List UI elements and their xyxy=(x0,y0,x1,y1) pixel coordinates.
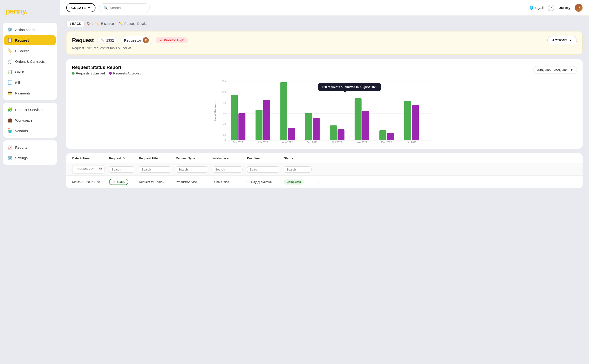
sidebar-item-orders-contracts[interactable]: 🛒 Orders & Contracts xyxy=(4,56,56,66)
deadline-filter-input[interactable] xyxy=(247,166,279,173)
help-label: ? xyxy=(550,6,552,10)
grns-icon: 📊 xyxy=(7,69,13,74)
more-options-icon[interactable]: ⋮ xyxy=(316,180,320,184)
breadcrumb-current: Request Details xyxy=(124,22,147,26)
bar-oct-submitted xyxy=(330,125,337,140)
date-filter-input[interactable] xyxy=(74,167,97,172)
avatar: P xyxy=(575,4,582,12)
req-id-value: 42389 xyxy=(117,180,125,184)
sidebar-label-request: Request xyxy=(15,38,29,42)
reqid-filter-input[interactable] xyxy=(109,166,134,173)
title-filter-input[interactable] xyxy=(139,166,171,173)
request-id: 1332 xyxy=(106,38,114,42)
sidebar-item-bills[interactable]: 🧾 Bills xyxy=(4,78,56,88)
svg-text:Oct 2022: Oct 2022 xyxy=(332,141,342,143)
sidebar-item-settings[interactable]: ⚙️ Settings xyxy=(4,153,56,163)
sidebar-label-vendors: Vendors xyxy=(15,129,28,133)
th-request-id: Request ID ☰ xyxy=(107,153,137,163)
sidebar-label-workspace: Workspace xyxy=(15,118,33,122)
calendar-icon[interactable]: 📅 xyxy=(99,168,102,171)
search-bar[interactable]: 🔍 Search xyxy=(99,3,150,12)
breadcrumb-sep2: › xyxy=(116,22,117,26)
date-input-wrap[interactable]: 📅 xyxy=(72,165,104,174)
type-filter-input[interactable] xyxy=(176,166,208,173)
tag-icon: 🏷️ xyxy=(100,38,105,42)
bar-jul-submitted xyxy=(256,110,262,140)
td-status: Completed xyxy=(282,176,314,188)
filter-title-icon[interactable]: ☰ xyxy=(159,157,161,160)
td-title: Request for Tools... xyxy=(137,177,174,187)
logo-dot: . xyxy=(26,7,27,15)
priority-badge: ▲ Priority: High xyxy=(155,37,188,43)
language-button[interactable]: 🌐 العربية xyxy=(529,6,544,10)
create-button[interactable]: CREATE ▼ xyxy=(66,3,95,12)
requestor-label: Requestor xyxy=(124,38,141,42)
sidebar-item-esource[interactable]: 🏷️ E-Source xyxy=(4,46,56,56)
actions-label: ACTIONS xyxy=(552,38,568,42)
bar-jul-approved xyxy=(263,100,270,140)
th-actions xyxy=(314,153,319,163)
sidebar-item-payments[interactable]: 💳 Payments xyxy=(4,88,56,98)
help-button[interactable]: ? xyxy=(548,5,554,11)
filter-deadline-icon[interactable]: ☰ xyxy=(261,157,263,160)
reports-icon: 📈 xyxy=(7,145,13,150)
status-filter-input[interactable] xyxy=(284,166,312,173)
sidebar-label-reports: Reports xyxy=(15,145,27,149)
sidebar-item-product-services[interactable]: 🧩 Product / Services xyxy=(4,104,56,115)
actions-chevron-icon: ▼ xyxy=(569,39,572,42)
priority-label: Priority: High xyxy=(164,38,184,42)
td-reqid: 📋 42389 xyxy=(107,176,137,188)
svg-text:Sep 2022: Sep 2022 xyxy=(307,141,317,143)
filter-workspace-cell xyxy=(210,163,245,175)
table-header-row: Date & Time ☰ Request ID ☰ Request Title… xyxy=(66,153,582,163)
actions-button[interactable]: ACTIONS ▼ xyxy=(547,36,577,44)
chart-header: Request Status Report Requests Submitted… xyxy=(72,65,577,75)
approved-label: Requests Approved xyxy=(113,72,141,75)
orders-icon: 🛒 xyxy=(7,59,13,64)
sidebar-label-product: Product / Services xyxy=(15,108,43,112)
back-label: BACK xyxy=(72,22,81,26)
filter-reqid-icon[interactable]: ☰ xyxy=(126,157,129,160)
back-arrow-icon: ‹ xyxy=(70,22,71,26)
date-range-button[interactable]: JUN, 2022 - JAN, 2023 ▼ xyxy=(533,66,577,74)
logo: penny. xyxy=(3,5,57,20)
priority-arrow-icon: ▲ xyxy=(159,38,162,42)
breadcrumb-esource-icon: 🏷️ xyxy=(95,22,99,26)
sidebar-item-vendors[interactable]: 🏪 Vendors xyxy=(4,126,56,136)
filter-workspace-icon[interactable]: ☰ xyxy=(230,157,232,160)
th-datetime: Date & Time ☰ xyxy=(70,153,107,163)
chart-legend: Requests Submitted Requests Approved xyxy=(72,72,141,75)
bar-oct-approved xyxy=(338,129,344,140)
filter-date-cell: 📅 xyxy=(70,163,107,175)
filter-status-icon[interactable]: ☰ xyxy=(294,157,297,160)
vendors-icon: 🏪 xyxy=(7,128,13,133)
sidebar-item-workspace[interactable]: 💼 Workspace xyxy=(4,115,56,125)
th-deadline: Deadline ☰ xyxy=(245,153,282,163)
sidebar-item-reports[interactable]: 📈 Reports xyxy=(4,142,56,152)
td-more[interactable]: ⋮ xyxy=(314,176,319,188)
create-chevron-icon: ▼ xyxy=(88,6,90,9)
td-deadline: 12 Day(s) overdue xyxy=(245,177,282,187)
filter-type-icon[interactable]: ☰ xyxy=(196,157,199,160)
product-icon: 🧩 xyxy=(7,107,13,112)
filter-more-cell xyxy=(314,163,319,175)
breadcrumb-esource-link[interactable]: E-source xyxy=(101,22,114,26)
breadcrumb-sep1: › xyxy=(92,22,94,26)
td-workspace: Dubai Office xyxy=(210,177,245,187)
svg-text:120: 120 xyxy=(221,80,226,83)
bar-dec-approved xyxy=(387,133,394,140)
y-axis-label: No. of Requests xyxy=(214,101,217,121)
requestor-avatar: P xyxy=(143,37,149,43)
back-button[interactable]: ‹ BACK xyxy=(66,20,85,27)
sidebar-item-action-board[interactable]: ⚙️ Action board xyxy=(4,25,56,35)
bar-jan-approved xyxy=(412,105,419,140)
submitted-label: Requests Submitted xyxy=(76,72,105,75)
sidebar-item-request[interactable]: 📋 Request xyxy=(4,35,56,45)
topbar-brand: penny xyxy=(558,5,571,10)
sidebar-label-bills: Bills xyxy=(15,81,22,84)
svg-text:Jun 2022: Jun 2022 xyxy=(233,141,243,143)
sidebar-item-grns[interactable]: 📊 GRNs xyxy=(4,67,56,77)
workspace-filter-input[interactable] xyxy=(213,166,242,173)
filter-datetime-icon[interactable]: ☰ xyxy=(91,157,94,160)
action-board-icon: ⚙️ xyxy=(7,27,13,32)
